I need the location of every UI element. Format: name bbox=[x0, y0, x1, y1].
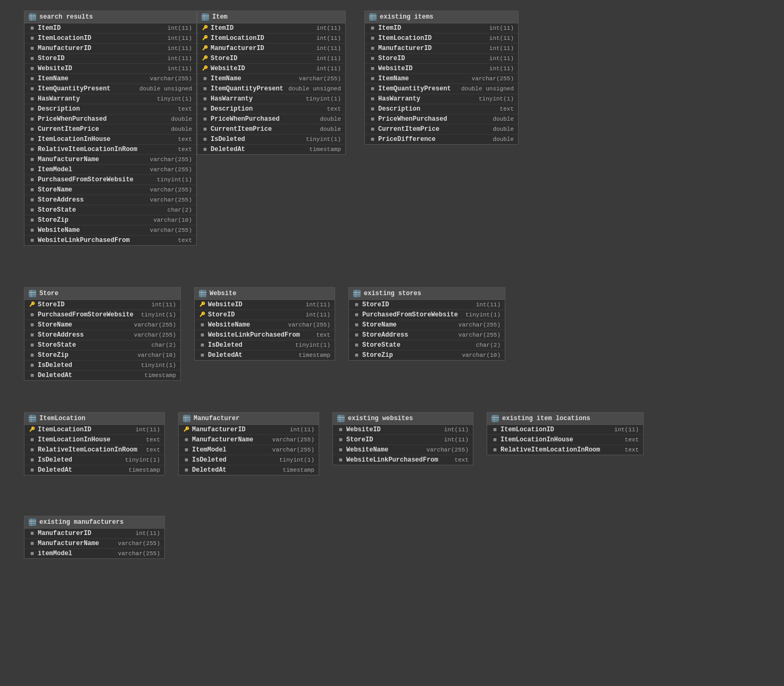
column-type: varchar(255) bbox=[472, 76, 514, 82]
field-icon: ▦ bbox=[29, 312, 36, 319]
field-icon: ▦ bbox=[369, 55, 376, 62]
table-title-existing_manufacturers: existing manufacturers bbox=[39, 518, 123, 526]
field-icon: ▦ bbox=[29, 227, 36, 234]
field-icon: ▦ bbox=[202, 126, 208, 133]
table-row: 🔑WebsiteIDint(11) bbox=[195, 300, 335, 310]
column-name: ▦RelativeItemLocationInRoom bbox=[29, 146, 137, 153]
column-type: int(11) bbox=[316, 35, 341, 41]
column-type: int(11) bbox=[489, 25, 514, 31]
column-name: ▦IsDeleted bbox=[199, 341, 243, 349]
table-row: ▦WebsiteLinkPurchasedFromtext bbox=[333, 455, 473, 465]
field-icon: ▦ bbox=[29, 237, 36, 244]
column-name: ▦WebsiteName bbox=[199, 321, 250, 329]
field-icon: ▦ bbox=[29, 332, 36, 339]
table-header-icon bbox=[369, 13, 377, 21]
table-row: ▦ItemLocationInHousetext bbox=[24, 135, 196, 145]
table-row: ▦DeletedAttimestamp bbox=[197, 145, 345, 154]
column-name: ▦ItemQuantityPresent bbox=[369, 85, 451, 93]
field-icon: ▦ bbox=[29, 217, 36, 224]
table-existing_websites: existing websites▦WebsiteIDint(11)▦Store… bbox=[332, 412, 473, 465]
column-type: varchar(255) bbox=[118, 540, 160, 547]
field-icon: ▦ bbox=[353, 302, 360, 308]
column-name: ▦ItemID bbox=[29, 24, 61, 32]
table-row: ▦PurchasedFromStoreWebsitetinyint(1) bbox=[24, 175, 196, 185]
column-name: ▦ItemName bbox=[369, 75, 409, 82]
field-icon: ▦ bbox=[29, 530, 36, 537]
column-type: tinyint(1) bbox=[125, 457, 160, 463]
table-row: 🔑StoreIDint(11) bbox=[195, 310, 335, 320]
column-type: text bbox=[178, 146, 192, 153]
column-type: int(11) bbox=[489, 65, 514, 72]
column-name: ▦IsDeleted bbox=[29, 456, 72, 464]
column-type: tinyint(1) bbox=[465, 312, 501, 318]
table-row: ▦ItemQuantityPresentdouble unsigned bbox=[24, 84, 196, 94]
column-name: ▦RelativeItemLocationInRoom bbox=[491, 446, 600, 454]
table-row: ▦RelativeItemLocationInRoomtext bbox=[24, 445, 164, 455]
field-icon: ▦ bbox=[29, 96, 36, 103]
field-icon: ▦ bbox=[202, 136, 208, 143]
field-icon: ▦ bbox=[29, 187, 36, 194]
column-name: ▦DeletedAt bbox=[183, 466, 227, 474]
field-icon: ▦ bbox=[29, 106, 36, 113]
table-row: ▦ManufacturerIDint(11) bbox=[24, 44, 196, 54]
table-header-icon bbox=[337, 415, 345, 422]
column-type: text bbox=[178, 136, 192, 143]
column-name: ▦ItemLocationInHouse bbox=[29, 436, 111, 444]
column-name: ▦CurrentItemPrice bbox=[202, 126, 272, 133]
field-icon: ▦ bbox=[199, 332, 206, 339]
column-type: varchar(255) bbox=[272, 437, 314, 443]
column-name: ▦StoreState bbox=[353, 341, 401, 349]
column-name: ▦ItemLocationInHouse bbox=[29, 136, 111, 143]
field-icon: ▦ bbox=[369, 126, 376, 133]
field-icon: ▦ bbox=[353, 322, 360, 329]
table-row: ▦PriceWhenPurchaseddouble bbox=[24, 114, 196, 124]
table-row: ▦DeletedAttimestamp bbox=[24, 465, 164, 475]
column-name: ▦ItemName bbox=[202, 75, 241, 82]
table-row: ▦CurrentItemPricedouble bbox=[365, 124, 518, 135]
column-type: varchar(255) bbox=[134, 322, 176, 328]
column-type: varchar(255) bbox=[150, 166, 192, 173]
column-name: ▦StoreName bbox=[29, 186, 72, 194]
column-type: int(11) bbox=[168, 45, 192, 52]
column-type: double bbox=[320, 126, 341, 132]
table-row: ▦ItemNamevarchar(255) bbox=[365, 74, 518, 84]
field-icon: ▦ bbox=[353, 312, 360, 319]
table-existing_item_locations: existing item locations▦ItemLocationIDin… bbox=[487, 412, 644, 455]
column-type: text bbox=[625, 447, 639, 453]
table-row: ▦ItemLocationIDint(11) bbox=[487, 425, 643, 435]
table-header-icon bbox=[183, 415, 190, 422]
column-type: text bbox=[178, 106, 192, 112]
table-row: ▦WebsiteIDint(11) bbox=[365, 64, 518, 74]
column-type: varchar(10) bbox=[137, 352, 176, 358]
table-row: ▦WebsiteNamevarchar(255) bbox=[195, 320, 335, 330]
table-row: ▦WebsiteNamevarchar(255) bbox=[24, 225, 196, 236]
column-name: ▦ItemName bbox=[29, 75, 69, 82]
field-icon: ▦ bbox=[29, 437, 36, 444]
field-icon: ▦ bbox=[369, 106, 376, 113]
column-type: int(11) bbox=[444, 437, 469, 443]
column-name: ▦WebsiteLinkPurchasedFrom bbox=[337, 456, 438, 464]
table-title-existing_websites: existing websites bbox=[348, 415, 413, 422]
column-name: ▦ManufacturerName bbox=[183, 436, 253, 444]
column-name: 🔑StoreID bbox=[202, 55, 237, 62]
column-name: ▦StoreID bbox=[369, 55, 405, 62]
table-header-icon bbox=[199, 290, 206, 297]
field-icon: ▦ bbox=[29, 177, 36, 183]
table-row: ▦StoreStatechar(2) bbox=[24, 205, 196, 215]
field-icon: ▦ bbox=[353, 342, 360, 349]
column-name: ▦StoreAddress bbox=[29, 196, 84, 204]
table-row: ▦DeletedAttimestamp bbox=[195, 350, 335, 360]
column-type: varchar(255) bbox=[150, 227, 192, 233]
table-row: ▦ItemLocationIDint(11) bbox=[365, 34, 518, 44]
column-name: 🔑StoreID bbox=[29, 301, 64, 308]
fk-icon: 🔑 bbox=[202, 35, 208, 42]
svg-rect-4 bbox=[202, 13, 209, 21]
column-name: ▦StoreName bbox=[29, 321, 72, 329]
column-type: int(11) bbox=[136, 426, 160, 433]
column-type: varchar(255) bbox=[458, 332, 501, 338]
table-row: ▦PriceDifferencedouble bbox=[365, 135, 518, 144]
column-type: varchar(255) bbox=[458, 322, 501, 328]
column-type: double bbox=[320, 116, 341, 122]
column-name: ▦WebsiteID bbox=[337, 426, 381, 433]
field-icon: ▦ bbox=[202, 96, 208, 103]
